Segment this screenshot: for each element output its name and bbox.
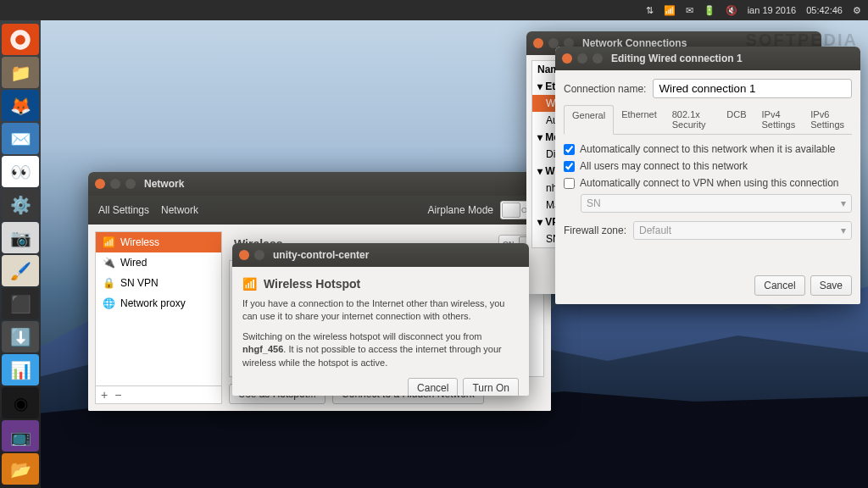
eyes-icon[interactable]: 👀 — [2, 156, 39, 187]
dialog-heading: Wireless Hotspot — [264, 277, 360, 291]
edit-connection-window: Editing Wired connection 1 Connection na… — [555, 47, 860, 304]
app-icon[interactable]: 📺 — [2, 420, 39, 452]
globe-icon: 🌐 — [103, 297, 115, 309]
minimize-icon[interactable] — [110, 179, 120, 189]
connection-name-label: Connection name: — [564, 83, 646, 95]
steam-icon[interactable]: ◉ — [2, 387, 39, 419]
chevron-down-icon: ▾ — [841, 197, 846, 209]
connection-name-field[interactable] — [653, 79, 852, 98]
time-text[interactable]: 05:42:46 — [806, 5, 843, 15]
wifi-icon: 📶 — [103, 236, 115, 248]
dialog-text: Switching on the wireless hotspot will d… — [242, 330, 519, 369]
vpn-select[interactable]: SN▾ — [581, 194, 852, 213]
all-users-checkbox[interactable] — [564, 161, 575, 172]
minimize-icon[interactable] — [254, 250, 264, 260]
sidebar-item-wired[interactable]: 🔌Wired — [96, 252, 221, 273]
app-icon[interactable]: ⬇️ — [2, 321, 39, 352]
battery-indicator-icon[interactable]: 🔋 — [704, 5, 715, 16]
window-title: Editing Wired connection 1 — [611, 53, 743, 64]
minimize-icon[interactable] — [577, 53, 587, 64]
date-text[interactable]: ian 19 2016 — [748, 5, 797, 15]
ethernet-icon: 🔌 — [103, 257, 115, 269]
auto-vpn-label: Automatically connect to VPN when using … — [580, 177, 839, 189]
tab-dcb[interactable]: DCB — [719, 105, 754, 134]
network-toolbar: All Settings Network Airplane Mode OFF — [88, 196, 551, 225]
network-indicator-icon[interactable]: ⇅ — [646, 5, 654, 16]
app-icon[interactable]: 📷 — [2, 222, 39, 253]
window-titlebar[interactable]: unity-control-center — [232, 243, 529, 267]
all-users-label: All users may connect to this network — [580, 160, 748, 172]
mail-indicator-icon[interactable]: ✉ — [686, 5, 693, 16]
window-title: Network — [144, 178, 184, 190]
sidebar-item-proxy[interactable]: 🌐Network proxy — [96, 293, 221, 313]
unity-launcher: 📁 🦊 ✉️ 👀 ⚙️ 📷 🖌️ ⬛ ⬇️ 📊 ◉ 📺 📂 — [0, 20, 41, 488]
tab-ipv4[interactable]: IPv4 Settings — [754, 105, 803, 134]
firewall-zone-select[interactable]: Default▾ — [633, 221, 852, 240]
window-title: unity-control-center — [273, 249, 369, 261]
settings-icon[interactable]: ⚙️ — [2, 189, 39, 220]
cancel-button[interactable]: Cancel — [754, 275, 804, 296]
chevron-down-icon: ▾ — [841, 225, 846, 236]
gear-icon[interactable]: ⚙ — [853, 5, 861, 16]
app-icon[interactable]: 🖌️ — [2, 255, 39, 286]
dialog-text: If you have a connection to the Internet… — [242, 297, 519, 324]
monitor-icon[interactable]: 📊 — [2, 354, 39, 385]
save-button[interactable]: Save — [810, 275, 852, 296]
turn-on-button[interactable]: Turn On — [463, 378, 519, 396]
maximize-icon[interactable] — [125, 179, 136, 189]
tabs: General Ethernet 802.1x Security DCB IPv… — [564, 105, 852, 135]
add-connection-button[interactable]: + — [101, 388, 108, 402]
wifi-indicator-icon[interactable]: 📶 — [664, 5, 676, 16]
sound-indicator-icon[interactable]: 🔇 — [726, 5, 737, 16]
close-icon[interactable] — [562, 53, 572, 64]
hotspot-dialog: unity-control-center 📶 Wireless Hotspot … — [232, 243, 529, 396]
watermark-text: SOFTPEDIA — [746, 30, 858, 50]
auto-vpn-checkbox[interactable] — [564, 178, 575, 189]
svg-point-1 — [15, 35, 25, 45]
cancel-button[interactable]: Cancel — [408, 378, 458, 396]
window-titlebar[interactable]: Editing Wired connection 1 — [555, 47, 860, 70]
tab-ipv6[interactable]: IPv6 Settings — [803, 105, 852, 134]
wifi-icon: 📶 — [242, 277, 257, 291]
all-settings-button[interactable]: All Settings — [98, 204, 149, 216]
remove-connection-button[interactable]: − — [114, 388, 121, 402]
folder-icon[interactable]: 📂 — [2, 453, 39, 485]
close-icon[interactable] — [239, 250, 249, 260]
network-sidebar: 📶Wireless 🔌Wired 🔒SN VPN 🌐Network proxy … — [95, 231, 222, 404]
close-icon[interactable] — [95, 179, 105, 189]
top-menu-bar: ⇅ 📶 ✉ 🔋 🔇 ian 19 2016 05:42:46 ⚙ — [0, 0, 868, 20]
tab-general[interactable]: General — [564, 105, 614, 135]
auto-connect-checkbox[interactable] — [564, 144, 575, 155]
thunderbird-icon[interactable]: ✉️ — [2, 123, 39, 154]
tab-ethernet[interactable]: Ethernet — [614, 105, 665, 134]
airplane-mode-label: Airplane Mode — [428, 204, 493, 216]
auto-connect-label: Automatically connect to this network wh… — [580, 143, 835, 155]
terminal-icon[interactable]: ⬛ — [2, 288, 39, 319]
sidebar-item-vpn[interactable]: 🔒SN VPN — [96, 273, 221, 293]
firewall-zone-label: Firewall zone: — [564, 225, 626, 236]
firefox-icon[interactable]: 🦊 — [2, 90, 39, 121]
dash-icon[interactable] — [2, 24, 39, 55]
network-breadcrumb: Network — [161, 204, 198, 216]
files-icon[interactable]: 📁 — [2, 57, 39, 88]
window-titlebar[interactable]: Network — [88, 172, 551, 196]
maximize-icon[interactable] — [593, 53, 603, 64]
lock-icon: 🔒 — [103, 277, 115, 289]
close-icon[interactable] — [533, 38, 543, 48]
tab-8021x[interactable]: 802.1x Security — [665, 105, 720, 134]
sidebar-item-wireless[interactable]: 📶Wireless — [96, 232, 221, 252]
